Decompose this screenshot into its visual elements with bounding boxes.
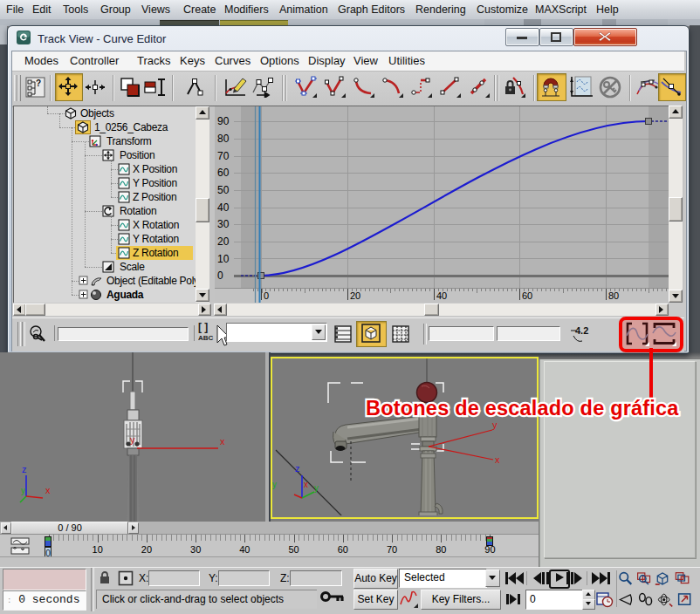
svg-text:40: 40	[217, 201, 230, 214]
svg-text:4.2: 4.2	[575, 325, 588, 336]
svg-text:0: 0	[217, 269, 223, 282]
svg-text:70: 70	[217, 150, 230, 162]
svg-text:20: 20	[217, 235, 230, 248]
svg-text:10: 10	[217, 253, 230, 265]
svg-text:0: 0	[264, 290, 269, 301]
svg-text:80: 80	[217, 133, 230, 145]
svg-text:Botones de escalado de gráfica: Botones de escalado de gráfica	[366, 397, 679, 420]
svg-text:40: 40	[436, 290, 447, 301]
svg-text:60: 60	[522, 290, 532, 301]
svg-text:x: x	[220, 436, 225, 447]
svg-text:20: 20	[141, 544, 152, 555]
svg-text:y: y	[130, 434, 135, 445]
svg-text:80: 80	[436, 544, 446, 555]
svg-text:60: 60	[217, 167, 230, 179]
svg-text:60: 60	[338, 544, 348, 555]
svg-text:80: 80	[608, 290, 619, 301]
svg-text:20: 20	[350, 290, 360, 301]
svg-text:x: x	[45, 485, 51, 495]
svg-text:x: x	[495, 454, 500, 465]
svg-text:90: 90	[217, 115, 230, 127]
svg-text:[ ]: [ ]	[198, 321, 208, 333]
svg-text:10: 10	[93, 544, 103, 555]
svg-text:y: y	[21, 486, 25, 495]
svg-text:?: ?	[36, 78, 41, 88]
svg-text:x: x	[304, 480, 308, 489]
svg-text:30: 30	[190, 544, 201, 555]
svg-text:30: 30	[217, 218, 230, 230]
svg-text:50: 50	[217, 184, 230, 196]
svg-text:50: 50	[288, 544, 299, 555]
svg-text:y: y	[272, 480, 277, 489]
svg-text:z: z	[22, 464, 27, 474]
svg-text:70: 70	[387, 544, 397, 555]
svg-text:y: y	[314, 483, 319, 493]
svg-text:40: 40	[239, 544, 250, 555]
svg-text:z: z	[295, 463, 300, 474]
svg-text:ABC: ABC	[198, 334, 214, 342]
